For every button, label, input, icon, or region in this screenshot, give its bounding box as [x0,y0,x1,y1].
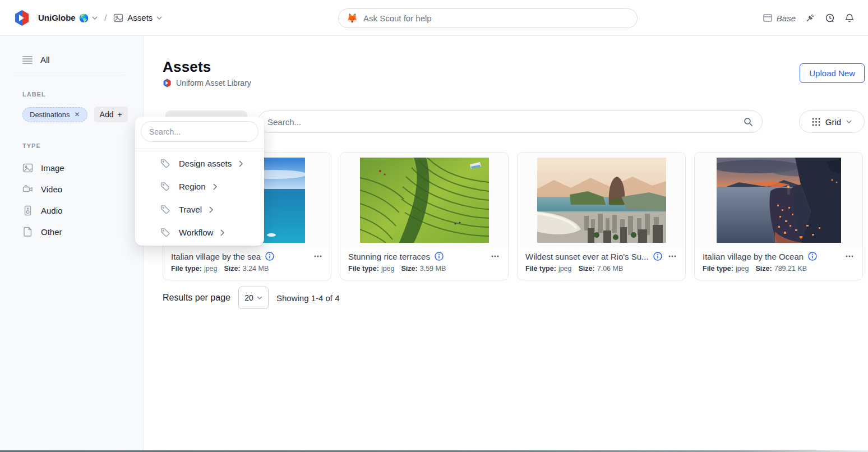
info-icon[interactable] [653,252,662,261]
add-label-button[interactable]: Add + [94,107,128,122]
org-name: UniGlobe [38,13,76,22]
type-label: Image [41,163,64,173]
assets-search-input[interactable] [267,117,744,127]
label-category-text: Region [179,182,206,191]
per-page-value: 20 [244,293,253,302]
more-menu-icon[interactable] [844,251,855,261]
chevron-down-icon [156,16,162,20]
asset-card-body: Stunning rice terraces File type [340,248,508,273]
view-mode-select[interactable]: Grid [799,110,865,133]
main-header: Assets Uniform Asset Library Upload New [163,58,865,87]
label-category-list: Design assets Region Travel [135,152,264,244]
scout-search[interactable]: 🦊 [338,8,638,28]
pagination-bar: Results per page 20 Showing 1-4 of 4 [163,287,865,309]
file-type-value: jpeg [736,265,749,273]
window-icon [763,13,773,23]
notifications-bell-icon[interactable] [844,13,855,23]
chip-label: Destinations [30,110,70,119]
scout-input[interactable] [363,13,629,23]
more-menu-icon[interactable] [313,251,323,261]
subtitle-row: Uniform Asset Library [163,79,251,87]
results-per-page-label: Results per page [163,293,230,303]
globe-emoji-icon: 🌎 [79,13,89,22]
history-clock-icon[interactable] [825,13,835,23]
file-icon [22,227,33,237]
all-label: All [40,55,50,64]
type-label: Audio [41,206,62,215]
type-filter-audio[interactable]: Audio [22,200,134,221]
size-label: Size: [224,265,241,273]
label-search[interactable] [141,121,258,142]
asset-card-body: Wildest sunset ever at Rio's Su... [518,248,685,273]
base-label: Base [777,13,796,23]
label-chip-row: Destinations ✕ Add + [22,107,134,122]
uniform-logo-icon [163,79,172,87]
asset-thumbnail[interactable] [695,153,862,248]
type-filter-image[interactable]: Image [22,157,134,178]
sidebar-item-all[interactable]: All [22,55,134,64]
label-chip-destinations[interactable]: Destinations ✕ [22,107,87,122]
file-type-label: File type: [348,265,379,273]
label-category-workflow[interactable]: Workflow [135,221,264,244]
type-filter-other[interactable]: Other [22,221,134,242]
tag-icon [160,182,170,191]
filters-sidebar: All LABEL Destinations ✕ Add + TYPE [0,36,144,452]
type-filter-video[interactable]: Video [22,178,134,200]
sidebar-divider [13,76,125,76]
chevron-right-icon [209,206,214,213]
asset-title[interactable]: Italian village by the Ocean [703,252,804,261]
size-value: 7.06 MB [597,265,624,273]
content-area: All LABEL Destinations ✕ Add + TYPE [0,36,868,452]
chevron-down-icon [92,16,98,20]
grid-icon [812,118,820,126]
label-category-travel[interactable]: Travel [135,198,264,221]
more-menu-icon[interactable] [667,251,677,261]
size-label: Size: [401,265,418,273]
type-section-heading: TYPE [22,142,134,149]
tag-icon [160,205,170,214]
info-icon[interactable] [808,252,817,261]
library-subtitle: Uniform Asset Library [176,79,251,87]
more-menu-icon[interactable] [490,251,500,261]
info-icon[interactable] [435,252,444,261]
chevron-right-icon [239,160,243,167]
info-icon[interactable] [265,252,274,261]
upload-new-button[interactable]: Upload New [800,63,865,83]
asset-title[interactable]: Italian village by the sea [171,252,261,261]
size-label: Size: [756,265,772,273]
asset-photo-terraces [360,158,489,243]
size-label: Size: [579,265,595,273]
file-type-label: File type: [171,265,202,273]
asset-title[interactable]: Wildest sunset ever at Rio's Su... [525,252,649,261]
type-filter-list: Image Video Audio [22,157,134,242]
breadcrumb-assets[interactable]: Assets [113,13,162,23]
chevron-down-icon [846,120,852,123]
label-category-design-assets[interactable]: Design assets [135,152,264,175]
base-environment-button[interactable]: Base [763,13,796,23]
image-icon [22,163,33,173]
label-search-input[interactable] [149,127,251,136]
asset-title[interactable]: Stunning rice terraces [348,252,430,261]
file-type-value: jpeg [381,265,395,273]
asset-thumbnail[interactable] [518,153,685,248]
assets-search[interactable] [258,110,763,133]
size-value: 789.21 KB [774,265,807,273]
size-value: 3.59 MB [420,265,446,273]
label-category-text: Travel [179,205,202,214]
file-type-value: jpeg [558,265,572,273]
per-page-select[interactable]: 20 [238,287,269,309]
label-category-text: Workflow [179,228,213,237]
speaker-icon [22,205,33,216]
uniform-logo-icon[interactable] [13,10,30,26]
topbar-right-actions: Base [763,0,855,36]
plug-icon[interactable] [805,13,815,23]
label-category-region[interactable]: Region [135,175,264,198]
org-switcher[interactable]: UniGlobe 🌎 [38,13,98,22]
showing-text: Showing 1-4 of 4 [276,293,340,303]
chip-remove-icon[interactable]: ✕ [75,110,80,118]
video-camera-icon [22,184,33,195]
file-type-value: jpeg [204,265,218,273]
type-label: Other [41,227,62,237]
asset-thumbnail[interactable] [340,153,508,248]
asset-card-body: Italian village by the Ocean Fil [695,248,862,273]
